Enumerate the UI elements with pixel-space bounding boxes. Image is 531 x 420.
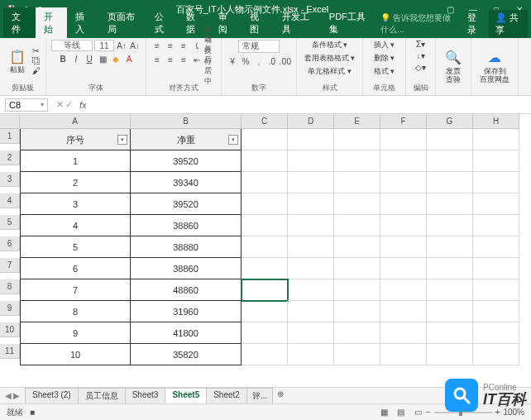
row-header[interactable]: 6: [0, 236, 20, 251]
cut-icon[interactable]: ✂: [32, 46, 41, 55]
name-box[interactable]: C8▾: [5, 98, 48, 112]
zoom-in-icon[interactable]: +: [495, 408, 500, 417]
cell[interactable]: [288, 172, 334, 193]
row-header[interactable]: 10: [0, 322, 20, 337]
worksheet-grid[interactable]: A B C D E F G H 1 序号 ▾ 净重 ▾ 21: [0, 114, 531, 387]
font-color-icon[interactable]: A: [123, 53, 135, 64]
sheet-tab[interactable]: Sheet3 (2): [25, 388, 79, 403]
sheet-nav-next-icon[interactable]: ▶: [13, 391, 20, 400]
row-header[interactable]: 1: [0, 129, 20, 144]
cell[interactable]: [242, 301, 288, 322]
accept-formula-icon[interactable]: ✓: [65, 99, 73, 110]
cell[interactable]: [288, 344, 334, 365]
cell[interactable]: [473, 279, 519, 301]
cell[interactable]: [473, 322, 519, 344]
align-right-icon[interactable]: ≡: [178, 54, 189, 65]
cell[interactable]: 39340: [131, 172, 242, 193]
merge-button[interactable]: 合并后居中: [204, 54, 216, 65]
fx-icon[interactable]: fx: [76, 100, 90, 110]
cell[interactable]: [242, 172, 288, 193]
row-header[interactable]: 8: [0, 279, 20, 294]
cell[interactable]: 48860: [131, 279, 242, 301]
tab-insert[interactable]: 插入: [67, 7, 99, 38]
cell[interactable]: [334, 150, 380, 172]
cell[interactable]: 35820: [131, 344, 242, 365]
tab-formulas[interactable]: 公式: [146, 7, 179, 38]
paste-button[interactable]: 📋 粘贴: [5, 45, 30, 76]
cell[interactable]: [380, 129, 427, 150]
cell[interactable]: 31960: [131, 301, 242, 322]
cell[interactable]: 38880: [131, 236, 242, 258]
table-header-cell[interactable]: 净重 ▾: [131, 129, 242, 150]
cell[interactable]: [242, 258, 288, 279]
clear-icon[interactable]: ◇▾: [415, 63, 426, 72]
cell[interactable]: [288, 258, 334, 279]
table-header-cell[interactable]: 序号 ▾: [20, 129, 131, 150]
cell[interactable]: [288, 301, 334, 322]
row-header[interactable]: 3: [0, 172, 20, 187]
cell[interactable]: 2: [20, 172, 131, 193]
sheet-tab[interactable]: Sheet3: [125, 388, 166, 403]
cell[interactable]: [242, 322, 288, 344]
cell[interactable]: [473, 236, 519, 258]
inc-decimal-icon[interactable]: .0: [266, 55, 278, 67]
cell[interactable]: [334, 215, 380, 236]
font-name-select[interactable]: 等线: [51, 40, 93, 51]
invoice-check-button[interactable]: 🔍 发票查验: [441, 47, 466, 86]
cell[interactable]: 10: [20, 344, 131, 365]
number-format-select[interactable]: 常规: [238, 40, 280, 53]
cell[interactable]: [242, 215, 288, 236]
tab-view[interactable]: 视图: [242, 7, 274, 38]
cell[interactable]: [380, 193, 427, 215]
col-header-g[interactable]: G: [427, 114, 473, 129]
tell-me-input[interactable]: 💡 告诉我您想要做什么...: [376, 11, 461, 37]
align-left-icon[interactable]: ≡: [151, 54, 163, 65]
cell[interactable]: [242, 193, 288, 215]
zoom-level[interactable]: 100%: [503, 408, 524, 417]
cell[interactable]: [242, 129, 288, 150]
col-header-e[interactable]: E: [334, 114, 380, 129]
cell[interactable]: 8: [20, 301, 131, 322]
add-sheet-button[interactable]: ⊕: [272, 388, 289, 403]
cell[interactable]: [473, 301, 519, 322]
cell[interactable]: [473, 215, 519, 236]
cell[interactable]: [288, 236, 334, 258]
cell[interactable]: [473, 129, 519, 150]
cell[interactable]: 39520: [131, 193, 242, 215]
tab-pdf[interactable]: PDF工具集: [321, 7, 376, 38]
format-painter-icon[interactable]: 🖌: [32, 66, 41, 75]
cell[interactable]: [288, 193, 334, 215]
percent-icon[interactable]: %: [240, 55, 251, 67]
insert-cells-button[interactable]: 插入 ▾: [374, 40, 395, 50]
col-header-h[interactable]: H: [473, 114, 519, 129]
tab-home[interactable]: 开始: [36, 7, 68, 38]
cell[interactable]: [380, 172, 427, 193]
cell[interactable]: 39520: [131, 150, 242, 172]
cell[interactable]: [334, 322, 380, 344]
tab-file[interactable]: 文件: [3, 7, 36, 38]
cell[interactable]: 41800: [131, 322, 242, 344]
sheet-tab[interactable]: Sheet2: [206, 388, 247, 403]
col-header-a[interactable]: A: [20, 114, 131, 129]
cell[interactable]: [380, 236, 427, 258]
cell[interactable]: 1: [20, 150, 131, 172]
increase-font-icon[interactable]: A↑: [116, 40, 127, 51]
cell[interactable]: [473, 344, 519, 365]
sheet-tab-more[interactable]: 评...: [246, 388, 273, 403]
row-header[interactable]: 2: [0, 150, 20, 165]
zoom-slider[interactable]: [434, 412, 492, 413]
cell[interactable]: [334, 129, 380, 150]
row-header[interactable]: 4: [0, 193, 20, 208]
cell[interactable]: [427, 236, 473, 258]
fill-color-icon[interactable]: ◆: [110, 53, 122, 64]
filter-dropdown-icon[interactable]: ▾: [228, 135, 238, 145]
row-header[interactable]: 9: [0, 301, 20, 316]
cell[interactable]: [427, 172, 473, 193]
cell[interactable]: 5: [20, 236, 131, 258]
filter-dropdown-icon[interactable]: ▾: [117, 135, 127, 145]
cell[interactable]: 4: [20, 215, 131, 236]
cell[interactable]: [334, 193, 380, 215]
bold-icon[interactable]: B: [57, 53, 69, 64]
cell[interactable]: 7: [20, 279, 131, 301]
cell[interactable]: [427, 279, 473, 301]
